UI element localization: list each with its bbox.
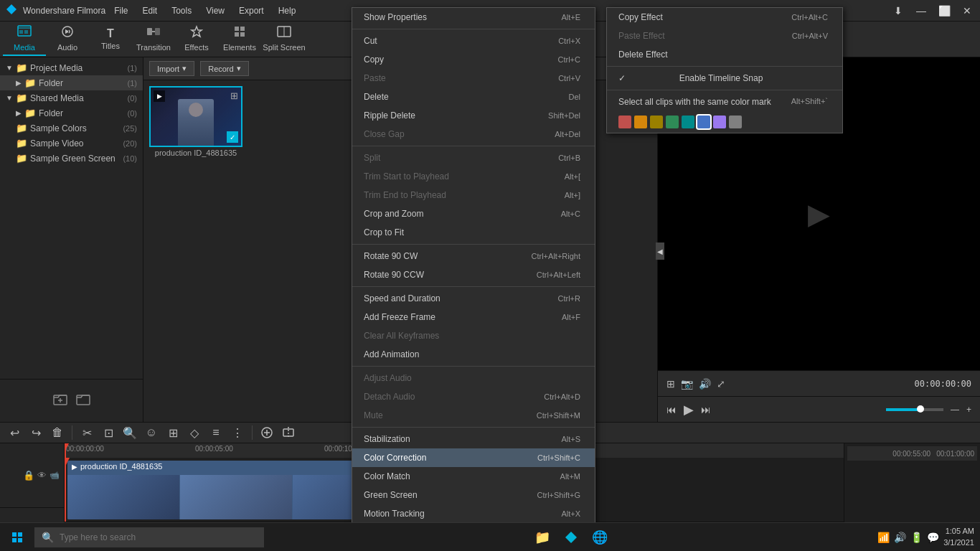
ctx-copy[interactable]: Copy Ctrl+C	[352, 50, 595, 69]
ctx-add-animation[interactable]: Add Animation	[352, 345, 595, 364]
tab-media[interactable]: Media	[3, 23, 46, 56]
ctx-color-correction[interactable]: Color Correction Ctrl+Shift+C	[352, 448, 595, 467]
ctx-freeze-frame[interactable]: Add Freeze Frame Alt+F	[352, 308, 595, 326]
undo-button[interactable]: ↩	[6, 424, 23, 441]
ctx-crop-fit[interactable]: Crop to Fit	[352, 223, 595, 242]
color-swatch-orange[interactable]	[634, 116, 647, 128]
ctx-copy-effect[interactable]: Copy Effect Ctrl+Alt+C	[607, 8, 842, 27]
cut-tool[interactable]: ✂	[78, 424, 95, 441]
taskbar-search-bar[interactable]: 🔍	[34, 527, 264, 547]
more-tools-icon[interactable]: ⋮	[229, 424, 246, 441]
snap-toggle[interactable]	[280, 424, 297, 441]
menu-export[interactable]: Export	[236, 4, 267, 17]
zoom-out-icon[interactable]: —	[951, 405, 959, 415]
ctx-green-screen[interactable]: Green Screen Ctrl+Shift+G	[352, 486, 595, 504]
media-thumb-clip1[interactable]: ▶ ⊞ ✓	[149, 86, 242, 147]
volume-slider[interactable]	[886, 408, 943, 411]
color-swatch-blue[interactable]	[697, 116, 710, 128]
import-dropdown[interactable]: Import ▾	[149, 61, 194, 76]
crop-tool[interactable]: ⊡	[100, 424, 117, 441]
close-button[interactable]: ✕	[960, 5, 974, 17]
delete-folder-icon[interactable]	[76, 392, 90, 410]
ctx-paste-effect[interactable]: Paste Effect Ctrl+Alt+V	[607, 27, 842, 45]
video-hide-icon[interactable]: 👁	[37, 470, 47, 481]
preview-volume-icon[interactable]: 🔊	[699, 378, 711, 390]
tree-item-sample-colors[interactable]: 📁 Sample Colors (25)	[0, 121, 143, 136]
ctx-adjust-audio[interactable]: Adjust Audio	[352, 369, 595, 387]
menu-file[interactable]: File	[111, 4, 131, 17]
sticker-tool[interactable]: ☺	[143, 424, 160, 441]
keyframe-tool[interactable]: ◇	[186, 424, 203, 441]
menu-edit[interactable]: Edit	[140, 4, 161, 17]
add-marker-button[interactable]	[258, 424, 275, 441]
tree-item-project-media[interactable]: ▼ 📁 Project Media (1)	[0, 60, 143, 75]
mosaic-tool[interactable]: ⊞	[164, 424, 182, 441]
ctx-trim-end[interactable]: Trim End to Playhead Alt+]	[352, 186, 595, 204]
ctx-clear-keyframes[interactable]: Clear All Keyframes	[352, 326, 595, 345]
prev-frame-icon[interactable]: ⏮	[666, 404, 677, 415]
zoom-tool[interactable]: 🔍	[121, 424, 138, 441]
menu-view[interactable]: View	[203, 4, 227, 17]
tab-split-screen[interactable]: Split Screen	[263, 23, 306, 56]
ctx-mute[interactable]: Mute Ctrl+Shift+M	[352, 406, 595, 425]
ctx-show-properties[interactable]: Show Properties Alt+E	[352, 8, 595, 27]
color-swatch-purple[interactable]	[713, 116, 726, 128]
zoom-in-icon[interactable]: +	[966, 405, 971, 415]
delete-clip-button[interactable]: 🗑	[49, 424, 66, 441]
preview-fullscreen-icon[interactable]: ⤢	[717, 378, 725, 390]
color-swatch-teal[interactable]	[682, 116, 694, 128]
maximize-button[interactable]: ⬜	[937, 5, 951, 17]
redo-button[interactable]: ↪	[27, 424, 44, 441]
preview-snapshot-icon[interactable]: 📷	[681, 378, 693, 390]
taskbar-browser[interactable]: 🌐	[587, 524, 613, 550]
ctx-cut[interactable]: Cut Ctrl+X	[352, 32, 595, 50]
tree-item-folder-2[interactable]: ▶ 📁 Folder (0)	[0, 105, 143, 121]
preview-layout-icon[interactable]: ⊞	[666, 378, 675, 390]
menu-help[interactable]: Help	[275, 4, 299, 17]
download-icon[interactable]: ⬇	[891, 5, 905, 17]
tree-item-sample-video[interactable]: 📁 Sample Video (20)	[0, 136, 143, 151]
minimize-button[interactable]: —	[914, 5, 928, 17]
ctx-speed-duration[interactable]: Speed and Duration Ctrl+R	[352, 289, 595, 308]
video-lock-icon[interactable]: 🔒	[23, 470, 34, 481]
ctx-color-match[interactable]: Color Match Alt+M	[352, 467, 595, 486]
tab-elements[interactable]: Elements	[218, 23, 261, 56]
menu-tools[interactable]: Tools	[169, 4, 194, 17]
ctx-trim-start[interactable]: Trim Start to Playhead Alt+[	[352, 167, 595, 186]
tab-effects[interactable]: Effects	[175, 23, 218, 56]
tab-titles[interactable]: T Titles	[89, 23, 132, 56]
ctx-select-same-color[interactable]: Select all clips with the same color mar…	[607, 93, 842, 111]
color-swatch-gray[interactable]	[729, 116, 742, 128]
ctx-stabilization[interactable]: Stabilization Alt+S	[352, 430, 595, 448]
ctx-motion-tracking[interactable]: Motion Tracking Alt+X	[352, 504, 595, 523]
ctx-split[interactable]: Split Ctrl+B	[352, 149, 595, 167]
color-swatch-red[interactable]	[618, 116, 631, 128]
ctx-ripple-delete[interactable]: Ripple Delete Shift+Del	[352, 106, 595, 125]
start-button[interactable]	[6, 526, 29, 549]
ctx-close-gap[interactable]: Close Gap Alt+Del	[352, 125, 595, 143]
search-input[interactable]	[60, 532, 257, 542]
tab-audio[interactable]: Audio	[46, 23, 89, 56]
media-item[interactable]: ▶ ⊞ ✓ production ID_4881635	[149, 86, 242, 157]
ctx-paste[interactable]: Paste Ctrl+V	[352, 69, 595, 88]
collapse-arrow-icon[interactable]: ◀	[656, 242, 664, 260]
ctx-rotate-ccw[interactable]: Rotate 90 CCW Ctrl+Alt+Left	[352, 265, 595, 284]
ctx-detach-audio[interactable]: Detach Audio Ctrl+Alt+D	[352, 387, 595, 406]
color-swatch-green[interactable]	[666, 116, 679, 128]
ctx-enable-snap[interactable]: ✓ Enable Timeline Snap	[607, 69, 842, 88]
ctx-crop-zoom[interactable]: Crop and Zoom Alt+C	[352, 204, 595, 223]
ripple-tool[interactable]: ≡	[207, 424, 225, 441]
tree-item-folder-1[interactable]: ▶ 📁 Folder (1)	[0, 75, 143, 90]
ctx-delete[interactable]: Delete Del	[352, 88, 595, 106]
play-button[interactable]: ▶	[684, 402, 694, 418]
taskbar-filmora[interactable]	[558, 524, 584, 550]
tab-transition[interactable]: Transition	[132, 23, 175, 56]
new-folder-icon[interactable]	[53, 392, 67, 410]
taskbar-file-explorer[interactable]: 📁	[529, 524, 555, 550]
record-dropdown[interactable]: Record ▾	[200, 61, 248, 76]
tree-item-shared-media[interactable]: ▼ 📁 Shared Media (0)	[0, 90, 143, 105]
ctx-delete-effect[interactable]: Delete Effect	[607, 45, 842, 64]
ctx-rotate-cw[interactable]: Rotate 90 CW Ctrl+Alt+Right	[352, 247, 595, 265]
next-frame-icon[interactable]: ⏭	[701, 404, 711, 415]
color-swatch-yellow[interactable]	[650, 116, 663, 128]
